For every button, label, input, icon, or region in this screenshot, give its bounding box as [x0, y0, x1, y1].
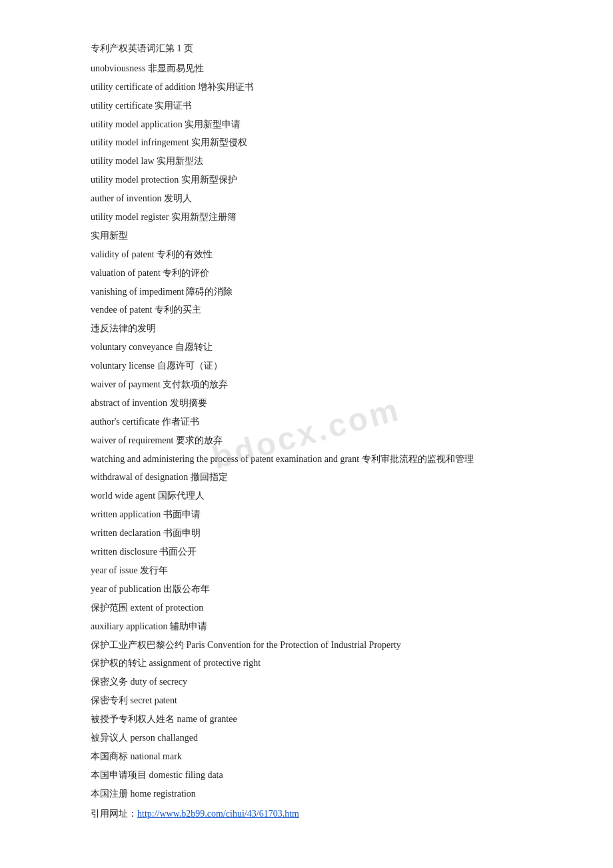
page-title: 专利产权英语词汇第 1 页: [91, 40, 522, 57]
vocab-line: 保护权的转让 assignment of protective right: [91, 655, 522, 672]
vocab-line: unobviousness 非显而易见性: [91, 60, 522, 77]
vocab-line: written disclosure 书面公开: [91, 543, 522, 561]
vocab-line: valuation of patent 专利的评价: [91, 265, 522, 282]
vocab-line: written declaration 书面申明: [91, 525, 522, 542]
vocab-line: year of publication 出版公布年: [91, 581, 522, 598]
footer-section: 引用网址：http://www.b2b99.com/cihui/43/61703…: [91, 805, 522, 823]
vocab-line: waiver of payment 支付款项的放弃: [91, 376, 522, 393]
vocab-line: 本国注册 home registration: [91, 785, 522, 803]
vocabulary-list: unobviousness 非显而易见性utility certificate …: [91, 60, 522, 803]
vocab-line: vanishing of impediment 障碍的消除: [91, 283, 522, 301]
vocab-line: voluntary conveyance 自愿转让: [91, 339, 522, 356]
vocab-line: withdrawal of designation 撤回指定: [91, 469, 522, 486]
vocab-line: utility certificate of addition 增补实用证书: [91, 79, 522, 96]
vocab-line: 保密专利 secret patent: [91, 692, 522, 709]
vocab-line: year of issue 发行年: [91, 562, 522, 579]
footer-label: 引用网址：: [91, 809, 137, 819]
vocab-line: voluntary license 自愿许可（证）: [91, 357, 522, 375]
vocab-line: vendee of patent 专利的买主: [91, 301, 522, 319]
vocab-line: waiver of requirement 要求的放弃: [91, 432, 522, 449]
vocab-line: 本国商标 national mark: [91, 748, 522, 765]
document-body: 专利产权英语词汇第 1 页 unobviousness 非显而易见性utilit…: [91, 40, 522, 822]
vocab-line: 保护范围 extent of protection: [91, 599, 522, 617]
vocab-line: 本国申请项目 domestic filing data: [91, 767, 522, 784]
footer-link[interactable]: http://www.b2b99.com/cihui/43/61703.htm: [137, 809, 299, 819]
vocab-line: world wide agent 国际代理人: [91, 487, 522, 505]
vocab-line: 被授予专利权人姓名 name of grantee: [91, 711, 522, 728]
vocab-line: 违反法律的发明: [91, 320, 522, 337]
vocab-line: utility model infringement 实用新型侵权: [91, 134, 522, 151]
vocab-line: 实用新型: [91, 227, 522, 245]
vocab-line: auxiliary application 辅助申请: [91, 618, 522, 635]
vocab-line: 保密义务 duty of secrecy: [91, 673, 522, 691]
vocab-line: utility certificate 实用证书: [91, 97, 522, 115]
vocab-line: watching and administering the process o…: [91, 451, 522, 468]
vocab-line: utility model register 实用新型注册簿: [91, 209, 522, 226]
vocab-line: 被异议人 person challanged: [91, 729, 522, 747]
vocab-line: utility model application 实用新型申请: [91, 116, 522, 133]
vocab-line: 保护工业产权巴黎公约 Paris Convention for the Prot…: [91, 637, 522, 654]
vocab-line: written application 书面申请: [91, 506, 522, 523]
vocab-line: author's certificate 作者证书: [91, 413, 522, 431]
vocab-line: abstract of invention 发明摘要: [91, 395, 522, 412]
vocab-line: utility model law 实用新型法: [91, 153, 522, 170]
vocab-line: auther of invention 发明人: [91, 190, 522, 207]
vocab-line: utility model protection 实用新型保护: [91, 171, 522, 189]
vocab-line: validity of patent 专利的有效性: [91, 246, 522, 263]
